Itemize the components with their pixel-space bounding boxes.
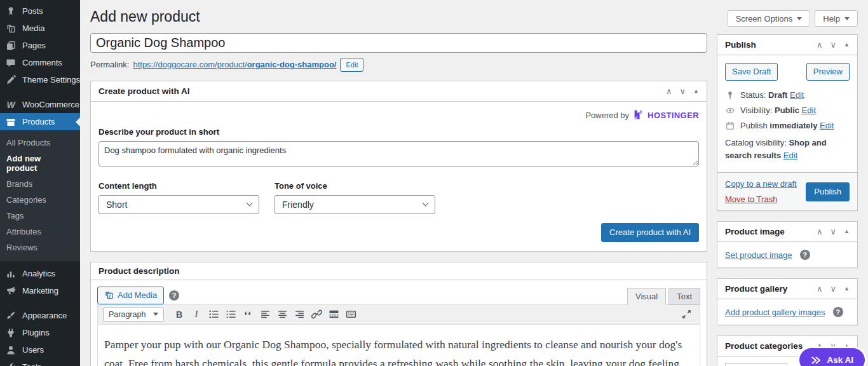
paragraph-format-select[interactable]: Paragraph <box>103 308 164 322</box>
editor-content[interactable]: Pamper your pup with our Organic Dog Sha… <box>97 325 700 366</box>
sidebar-item-appearance[interactable]: Appearance <box>0 307 80 324</box>
catalog-visibility-row: Catalog visibility: Shop and search resu… <box>725 137 850 162</box>
move-down-icon[interactable]: ∨ <box>831 227 837 236</box>
hostinger-wordmark: HOSTINGER <box>648 111 699 120</box>
sidebar-item-posts[interactable]: Posts <box>0 3 80 20</box>
sidebar-subitem-tags[interactable]: Tags <box>0 208 80 224</box>
product-description-panel: Product description Add Media ? Visual T… <box>90 262 707 366</box>
read-more-tag-icon[interactable] <box>325 307 342 322</box>
sidebar-item-theme-settings[interactable]: Theme Settings <box>0 71 80 88</box>
set-product-image-link[interactable]: Set product image <box>725 250 792 260</box>
move-down-icon[interactable]: ∨ <box>831 41 837 49</box>
add-gallery-images-link[interactable]: Add product gallery images <box>725 308 825 317</box>
italic-button[interactable]: I <box>188 307 205 322</box>
content-length-label: Content length <box>98 181 259 191</box>
sidebar-item-users[interactable]: Users <box>0 341 80 358</box>
create-product-ai-button[interactable]: Create product with AI <box>601 223 699 242</box>
sidebar-item-tools[interactable]: Tools <box>0 358 80 366</box>
move-up-icon[interactable]: ∧ <box>817 227 823 236</box>
help-icon[interactable]: ? <box>169 290 179 301</box>
describe-product-textarea[interactable]: Dog shampoo formulated with organic ingr… <box>98 141 699 166</box>
publish-button[interactable]: Publish <box>806 182 850 201</box>
align-center-icon[interactable] <box>274 307 290 322</box>
bullet-list-icon[interactable] <box>205 307 222 322</box>
numbered-list-icon[interactable] <box>222 307 239 322</box>
permalink-url[interactable]: https://doggocare.com/product/organic-do… <box>133 60 336 69</box>
visibility-row: Visibility: Public Edit <box>725 105 850 115</box>
brush-icon <box>5 311 17 321</box>
product-title-input[interactable] <box>90 33 707 53</box>
move-up-icon[interactable]: ∧ <box>817 41 823 49</box>
sidebar-item-products[interactable]: Products <box>0 113 80 130</box>
tone-of-voice-select[interactable]: Friendly <box>275 195 435 214</box>
screen-meta-links: Screen Options Help <box>728 10 858 27</box>
sidebar-subitem-attributes[interactable]: Attributes <box>0 224 80 240</box>
copy-to-draft-link[interactable]: Copy to a new draft <box>725 179 797 189</box>
sidebar-item-media[interactable]: Media <box>0 20 80 37</box>
editor-toolbar: Paragraph B I <box>97 304 700 325</box>
sidebar-item-label: Plugins <box>22 328 50 337</box>
help-icon[interactable]: ? <box>800 250 810 260</box>
eye-icon <box>725 106 735 115</box>
align-left-icon[interactable] <box>257 307 273 322</box>
sidebar-subitem-brands[interactable]: Brands <box>0 176 80 192</box>
help-icon[interactable]: ? <box>833 307 843 317</box>
link-icon[interactable] <box>308 307 325 322</box>
ask-ai-button[interactable]: Ask AI <box>799 348 865 366</box>
publish-panel-title: Publish <box>725 40 756 50</box>
sidebar-item-pages[interactable]: Pages <box>0 37 80 54</box>
toolbar-toggle-icon[interactable] <box>342 307 359 322</box>
describe-label: Describe your product in short <box>98 127 699 137</box>
permalink-edit-button[interactable]: Edit <box>340 58 363 72</box>
ai-panel-title: Create product with AI <box>98 86 190 96</box>
admin-content: Screen Options Help Add new product Perm… <box>80 0 868 366</box>
fullscreen-icon[interactable] <box>678 307 695 322</box>
screen-options-button[interactable]: Screen Options <box>728 10 811 27</box>
sidebar-item-label: Appearance <box>22 311 67 320</box>
sidebar-subitem-reviews[interactable]: Reviews <box>0 240 80 255</box>
sidebar-item-label: Tools <box>22 362 41 366</box>
add-media-button[interactable]: Add Media <box>97 287 164 304</box>
status-edit-link[interactable]: Edit <box>790 90 804 100</box>
sidebar-subitem-categories[interactable]: Categories <box>0 192 80 208</box>
sidebar-item-marketing[interactable]: Marketing <box>0 282 80 299</box>
toggle-panel-icon[interactable]: ▲ <box>693 88 699 94</box>
toggle-panel-icon[interactable]: ▲ <box>844 286 850 292</box>
sidebar-subitem-add-new-product[interactable]: Add new product <box>0 151 80 176</box>
move-down-icon[interactable]: ∨ <box>680 87 686 95</box>
toggle-panel-icon[interactable]: ▲ <box>844 42 850 48</box>
content-length-select[interactable]: Short <box>98 195 259 214</box>
sidebar-item-plugins[interactable]: Plugins <box>0 324 80 341</box>
sidebar-item-label: WooCommerce <box>22 100 79 109</box>
sidebar-item-label: Products <box>22 117 55 126</box>
toggle-panel-icon[interactable]: ▲ <box>844 229 850 234</box>
move-up-icon[interactable]: ∧ <box>666 87 672 95</box>
sidebar-item-analytics[interactable]: Analytics <box>0 265 80 282</box>
product-gallery-panel: Product gallery ∧ ∨ ▲ Add product galler… <box>717 278 858 325</box>
comment-icon <box>5 58 17 68</box>
catalog-edit-link[interactable]: Edit <box>783 151 797 160</box>
save-draft-button[interactable]: Save Draft <box>725 63 778 81</box>
sidebar-item-comments[interactable]: Comments <box>0 54 80 71</box>
move-up-icon[interactable]: ∧ <box>817 285 823 293</box>
visibility-edit-link[interactable]: Edit <box>802 105 816 115</box>
preview-button[interactable]: Preview <box>806 63 850 81</box>
move-to-trash-link[interactable]: Move to Trash <box>725 194 797 204</box>
help-button[interactable]: Help <box>815 10 858 27</box>
schedule-row: Publish immediately Edit <box>725 121 850 130</box>
sidebar-item-label: Media <box>22 24 44 33</box>
blockquote-icon[interactable] <box>240 307 256 322</box>
sidebar-subitem-all-products[interactable]: All Products <box>0 135 80 151</box>
tab-visual[interactable]: Visual <box>627 288 666 305</box>
align-right-icon[interactable] <box>291 307 308 322</box>
sidebar-item-woocommerce[interactable]: W WooCommerce <box>0 96 80 113</box>
tab-all-categories[interactable]: All categories <box>725 363 787 366</box>
ask-ai-label: Ask AI <box>827 355 853 365</box>
chevron-down-icon <box>247 200 253 207</box>
bold-button[interactable]: B <box>171 307 187 322</box>
tab-text[interactable]: Text <box>668 288 700 305</box>
description-panel-title: Product description <box>98 266 180 276</box>
schedule-edit-link[interactable]: Edit <box>820 121 834 130</box>
wrench-icon <box>5 362 17 366</box>
move-down-icon[interactable]: ∨ <box>831 285 837 293</box>
